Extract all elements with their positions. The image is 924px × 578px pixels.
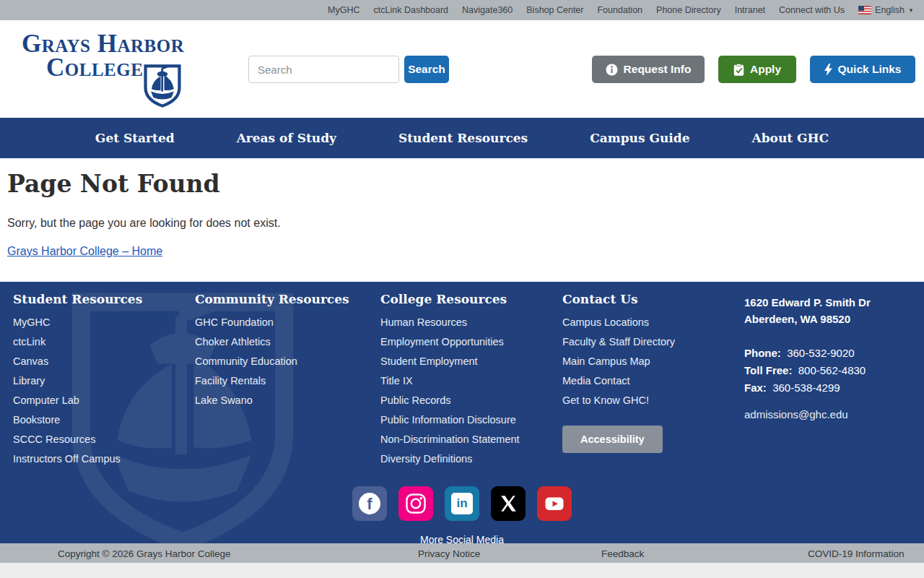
- footer-link-main-campus-map[interactable]: Main Campus Map: [562, 355, 650, 367]
- admissions-email-link[interactable]: admissions@ghc.edu: [744, 408, 848, 420]
- address-line1: 1620 Edward P. Smith Dr: [744, 294, 911, 311]
- address-line2: Aberdeen, WA 98520: [744, 311, 911, 327]
- home-link[interactable]: Grays Harbor College – Home: [7, 245, 162, 258]
- footer-link-canvas[interactable]: Canvas: [13, 355, 48, 367]
- footer-heading: Contact Us: [562, 292, 744, 306]
- header-actions: Request Info Apply Quick Links: [592, 56, 915, 83]
- facebook-icon[interactable]: f: [352, 486, 387, 521]
- footer-heading: Student Resources: [13, 292, 195, 306]
- accessibility-button[interactable]: Accessibility: [562, 426, 663, 453]
- topbar-link-foundation[interactable]: Foundation: [597, 5, 642, 15]
- tollfree-number: 800-562-4830: [798, 364, 866, 376]
- quick-links-label: Quick Links: [838, 63, 902, 76]
- nav-get-started[interactable]: Get Started: [95, 131, 175, 145]
- topbar-link-phone-directory[interactable]: Phone Directory: [656, 5, 721, 15]
- apply-clipboard-icon: [733, 64, 744, 76]
- footer-link-diversity-definitions[interactable]: Diversity Definitions: [380, 453, 472, 465]
- footer-link-non-discrimination-statement[interactable]: Non-Discrimination Statement: [380, 434, 520, 445]
- footer-link-media-contact[interactable]: Media Contact: [562, 375, 630, 387]
- search-button[interactable]: Search: [404, 56, 449, 83]
- apply-label: Apply: [750, 63, 781, 76]
- search-input[interactable]: [248, 56, 399, 83]
- footer-link-faculty-staff-directory[interactable]: Faculty & Staff Directory: [562, 336, 675, 348]
- nav-areas-of-study[interactable]: Areas of Study: [237, 131, 336, 145]
- topbar-link-ctclink-dashboard[interactable]: ctcLink Dashboard: [374, 5, 449, 15]
- ship-crest-icon: [141, 64, 183, 108]
- request-info-button[interactable]: Request Info: [592, 56, 705, 83]
- footer-link-computer-lab[interactable]: Computer Lab: [13, 394, 79, 406]
- language-label: English: [875, 5, 905, 15]
- footer-link-library[interactable]: Library: [13, 375, 45, 387]
- footer-columns: Student Resources MyGHC ctcLink Canvas L…: [0, 282, 924, 472]
- phone-number: 360-532-9020: [787, 347, 854, 359]
- covid-information-link[interactable]: COVID-19 Information: [808, 548, 905, 558]
- topbar-link-intranet[interactable]: Intranet: [735, 5, 765, 15]
- lightning-icon: [824, 64, 832, 76]
- error-message: Sorry, but the page you are looking for …: [7, 217, 924, 230]
- footer-link-get-to-know-ghc[interactable]: Get to Know GHC!: [562, 394, 649, 406]
- footer-link-bookstore[interactable]: Bookstore: [13, 414, 60, 426]
- page-content: Page Not Found Sorry, but the page you a…: [0, 158, 924, 282]
- footer-col-community-resources: Community Resources GHC Foundation Choke…: [195, 292, 380, 472]
- language-selector[interactable]: English ▼: [858, 5, 914, 15]
- footer-link-community-education[interactable]: Community Education: [195, 355, 297, 367]
- instagram-icon[interactable]: [398, 486, 433, 521]
- page-background-strip: [0, 563, 924, 578]
- footer-col-student-resources: Student Resources MyGHC ctcLink Canvas L…: [13, 292, 195, 472]
- copyright-text: Copyright © 2026 Grays Harbor College: [58, 548, 231, 558]
- feedback-link[interactable]: Feedback: [601, 548, 644, 558]
- footer-link-employment-opportunities[interactable]: Employment Opportunities: [380, 336, 504, 348]
- site-header: Grays Harbor College Search Request Info…: [0, 20, 924, 118]
- more-social-media-link[interactable]: More Social Media: [420, 534, 504, 543]
- footer-link-facility-rentals[interactable]: Facility Rentals: [195, 375, 266, 387]
- search-area: Search: [248, 56, 449, 83]
- youtube-icon[interactable]: [537, 486, 572, 521]
- footer-link-student-employment[interactable]: Student Employment: [380, 355, 478, 367]
- phone-label: Phone:: [744, 347, 781, 359]
- linkedin-icon[interactable]: in: [445, 486, 479, 521]
- nav-about-ghc[interactable]: About GHC: [751, 131, 829, 145]
- nav-campus-guide[interactable]: Campus Guide: [590, 131, 689, 145]
- utility-bar: MyGHC ctcLink Dashboard Navigate360 Bish…: [0, 0, 924, 20]
- footer-link-human-resources[interactable]: Human Resources: [380, 316, 467, 328]
- footer-link-campus-locations[interactable]: Campus Locations: [562, 316, 649, 328]
- page-title: Page Not Found: [7, 158, 924, 198]
- footer-heading: College Resources: [380, 292, 562, 306]
- topbar-link-navigate360[interactable]: Navigate360: [462, 5, 513, 15]
- topbar-link-connect-with-us[interactable]: Connect with Us: [779, 5, 845, 15]
- tollfree-row: Toll Free: 800-562-4830: [744, 362, 911, 379]
- apply-button[interactable]: Apply: [718, 56, 796, 83]
- chevron-down-icon: ▼: [908, 7, 914, 14]
- footer-link-lake-swano[interactable]: Lake Swano: [195, 394, 253, 406]
- footer-link-ctclink[interactable]: ctcLink: [13, 336, 45, 348]
- footer-link-myghc[interactable]: MyGHC: [13, 316, 51, 328]
- logo-text-line2: College: [46, 56, 209, 79]
- nav-student-resources[interactable]: Student Resources: [398, 131, 528, 145]
- footer-link-public-information-disclosure[interactable]: Public Information Disclosure: [380, 414, 516, 426]
- footer-link-ghc-foundation[interactable]: GHC Foundation: [195, 316, 274, 328]
- footer-heading: Community Resources: [195, 292, 380, 306]
- footer-link-sccc-resources[interactable]: SCCC Resources: [13, 434, 95, 445]
- footer-link-choker-athletics[interactable]: Choker Athletics: [195, 336, 271, 348]
- quick-links-button[interactable]: Quick Links: [810, 56, 915, 83]
- fax-number: 360-538-4299: [772, 381, 840, 394]
- info-icon: [606, 64, 618, 76]
- social-media-row: f in: [0, 486, 924, 521]
- privacy-notice-link[interactable]: Privacy Notice: [418, 548, 480, 558]
- main-navigation: Get Started Areas of Study Student Resou…: [0, 118, 924, 158]
- footer-link-title-ix[interactable]: Title IX: [380, 375, 413, 387]
- logo-text-line1: Grays Harbor: [22, 32, 209, 56]
- us-flag-icon: [858, 6, 871, 14]
- footer-link-public-records[interactable]: Public Records: [380, 394, 451, 406]
- site-footer: Student Resources MyGHC ctcLink Canvas L…: [0, 282, 924, 543]
- x-twitter-icon[interactable]: [491, 486, 526, 521]
- tollfree-label: Toll Free:: [744, 364, 792, 376]
- footer-col-college-resources: College Resources Human Resources Employ…: [380, 292, 562, 472]
- topbar-link-myghc[interactable]: MyGHC: [328, 5, 359, 15]
- fax-label: Fax:: [744, 381, 767, 394]
- footer-link-instructors-off-campus[interactable]: Instructors Off Campus: [13, 453, 121, 465]
- fax-row: Fax: 360-538-4299: [744, 379, 911, 397]
- footer-col-contact-us: Contact Us Campus Locations Faculty & St…: [562, 292, 744, 472]
- topbar-link-bishop-center[interactable]: Bishop Center: [526, 5, 583, 15]
- footer-contact-info: 1620 Edward P. Smith Dr Aberdeen, WA 985…: [744, 292, 911, 472]
